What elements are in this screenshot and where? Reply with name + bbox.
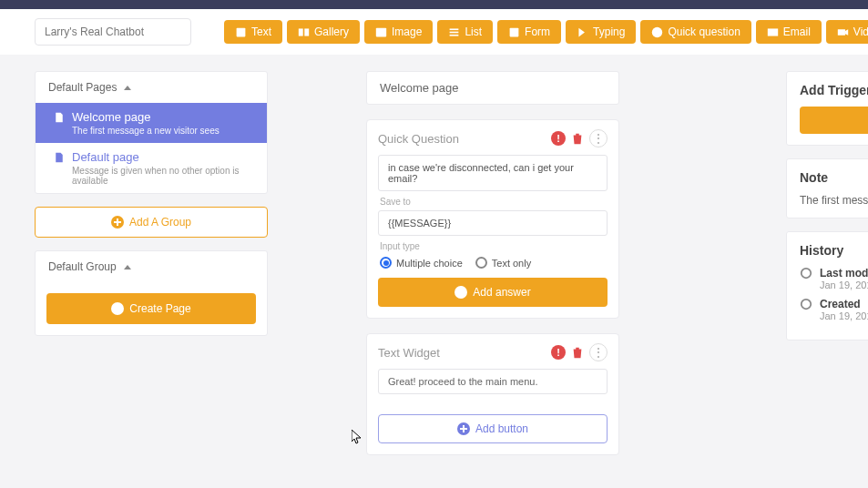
create-page-label: Create Page bbox=[129, 302, 190, 315]
chevron-up-icon bbox=[124, 265, 131, 269]
gallery-icon bbox=[298, 26, 310, 38]
input-type-label: Input type bbox=[380, 241, 608, 251]
alert-icon: ! bbox=[551, 131, 566, 146]
page-desc: Message is given when no other option is… bbox=[72, 166, 249, 186]
svg-rect-3 bbox=[376, 27, 386, 36]
canvas: Quick Question ! ⋮ in case we're disconn… bbox=[284, 71, 770, 455]
right-column: Add Trigger Note The first messag Histor… bbox=[786, 71, 868, 455]
history-item: Created Jan 19, 2018 bbox=[800, 298, 868, 321]
toolbar-gallery[interactable]: Gallery bbox=[287, 20, 360, 44]
svg-rect-0 bbox=[237, 27, 246, 36]
clock-icon bbox=[800, 267, 812, 280]
svg-rect-1 bbox=[299, 28, 303, 36]
note-panel: Note The first messag bbox=[786, 158, 868, 219]
alert-icon: ! bbox=[551, 345, 566, 360]
toolbar-list[interactable]: List bbox=[437, 20, 493, 44]
svg-rect-4 bbox=[450, 28, 459, 30]
video-icon bbox=[837, 26, 849, 38]
note-body: The first messag bbox=[800, 194, 868, 207]
page-name: Welcome page bbox=[72, 110, 150, 124]
question-input[interactable]: in case we're disconnected, can i get yo… bbox=[378, 155, 608, 191]
svg-rect-2 bbox=[304, 28, 309, 36]
svg-point-12 bbox=[802, 300, 812, 310]
radio-label: Multiple choice bbox=[396, 258, 463, 269]
bot-title-input[interactable] bbox=[35, 18, 191, 46]
text-icon bbox=[235, 26, 247, 38]
svg-point-8 bbox=[652, 26, 662, 36]
toolbar-video[interactable]: Video bbox=[826, 20, 868, 44]
trash-icon[interactable] bbox=[571, 346, 584, 359]
toolbar-typing[interactable]: Typing bbox=[566, 20, 636, 44]
app-topbar bbox=[0, 0, 868, 9]
history-item: Last modifie Jan 19, 2018 bbox=[800, 267, 868, 290]
history-label: Created bbox=[820, 298, 868, 310]
add-button-button[interactable]: Add button bbox=[378, 414, 608, 443]
save-to-input[interactable]: {{MESSAGE}} bbox=[378, 210, 608, 236]
sidebar-item-default[interactable]: Default page Message is given when no ot… bbox=[36, 143, 267, 193]
sidebar-item-welcome[interactable]: Welcome page The first message a new vis… bbox=[36, 103, 267, 143]
toolbar-form[interactable]: Form bbox=[497, 20, 561, 44]
default-pages-panel: Default Pages Welcome page The first mes… bbox=[35, 71, 268, 194]
default-pages-header[interactable]: Default Pages bbox=[36, 72, 267, 103]
create-page-button[interactable]: Create Page bbox=[46, 293, 256, 324]
sidebar: Default Pages Welcome page The first mes… bbox=[35, 71, 268, 455]
add-group-label: Add A Group bbox=[129, 216, 191, 229]
svg-rect-5 bbox=[450, 31, 459, 33]
plus-icon bbox=[454, 286, 467, 299]
form-icon bbox=[508, 26, 520, 38]
toolbar-quick-question[interactable]: Quick question bbox=[640, 20, 751, 44]
radio-label: Text only bbox=[492, 258, 531, 269]
radio-icon bbox=[475, 257, 487, 269]
page-title-input[interactable] bbox=[366, 71, 619, 105]
clock-icon bbox=[800, 298, 812, 310]
document-icon bbox=[54, 112, 65, 123]
history-date: Jan 19, 2018 bbox=[820, 310, 868, 321]
history-label: Last modifie bbox=[820, 267, 868, 280]
panel-title: History bbox=[800, 243, 868, 258]
plus-icon bbox=[111, 216, 124, 229]
toolbar-email[interactable]: Email bbox=[756, 20, 822, 44]
svg-rect-7 bbox=[510, 27, 519, 36]
add-trigger-panel: Add Trigger bbox=[786, 71, 868, 146]
svg-rect-10 bbox=[838, 29, 845, 36]
more-menu-icon[interactable]: ⋮ bbox=[589, 129, 608, 147]
email-icon bbox=[767, 26, 779, 38]
group-title: Default Pages bbox=[48, 81, 117, 94]
image-icon bbox=[375, 26, 387, 38]
toolbar-text[interactable]: Text bbox=[224, 20, 282, 44]
svg-point-11 bbox=[802, 269, 812, 279]
radio-text-only[interactable]: Text only bbox=[475, 257, 531, 269]
svg-rect-6 bbox=[450, 34, 459, 36]
page-desc: The first message a new visitor sees bbox=[72, 126, 249, 136]
chevron-up-icon bbox=[124, 86, 131, 90]
add-trigger-button[interactable] bbox=[800, 107, 868, 134]
list-icon bbox=[448, 26, 460, 38]
plus-icon bbox=[111, 302, 124, 315]
header-row: Text Gallery Image List Form Typing Quic… bbox=[0, 9, 868, 55]
default-group-panel: Default Group Create Page bbox=[35, 250, 268, 336]
add-answer-button[interactable]: Add answer bbox=[378, 278, 608, 307]
save-to-label: Save to bbox=[380, 197, 608, 207]
widget-title: Text Widget bbox=[378, 346, 440, 360]
page-name: Default page bbox=[72, 150, 139, 164]
svg-rect-9 bbox=[768, 28, 778, 36]
more-menu-icon[interactable]: ⋮ bbox=[589, 343, 608, 361]
history-panel: History Last modifie Jan 19, 2018 Create… bbox=[786, 231, 868, 341]
history-date: Jan 19, 2018 bbox=[820, 280, 868, 290]
toolbar-image[interactable]: Image bbox=[364, 20, 433, 44]
cursor-icon bbox=[352, 430, 363, 444]
radio-icon bbox=[380, 257, 392, 269]
trash-icon[interactable] bbox=[571, 132, 584, 145]
plus-icon bbox=[457, 422, 470, 435]
add-group-button[interactable]: Add A Group bbox=[35, 207, 268, 238]
default-group-header[interactable]: Default Group bbox=[36, 251, 267, 282]
panel-title: Note bbox=[800, 170, 868, 185]
document-icon bbox=[54, 152, 65, 163]
question-icon bbox=[651, 26, 663, 38]
radio-multiple-choice[interactable]: Multiple choice bbox=[380, 257, 463, 269]
text-body-input[interactable]: Great! proceed to the main menu. bbox=[378, 369, 608, 394]
add-button-label: Add button bbox=[475, 422, 528, 435]
group-title: Default Group bbox=[48, 260, 117, 273]
add-answer-label: Add answer bbox=[473, 286, 530, 299]
toolbar: Text Gallery Image List Form Typing Quic… bbox=[224, 20, 868, 44]
